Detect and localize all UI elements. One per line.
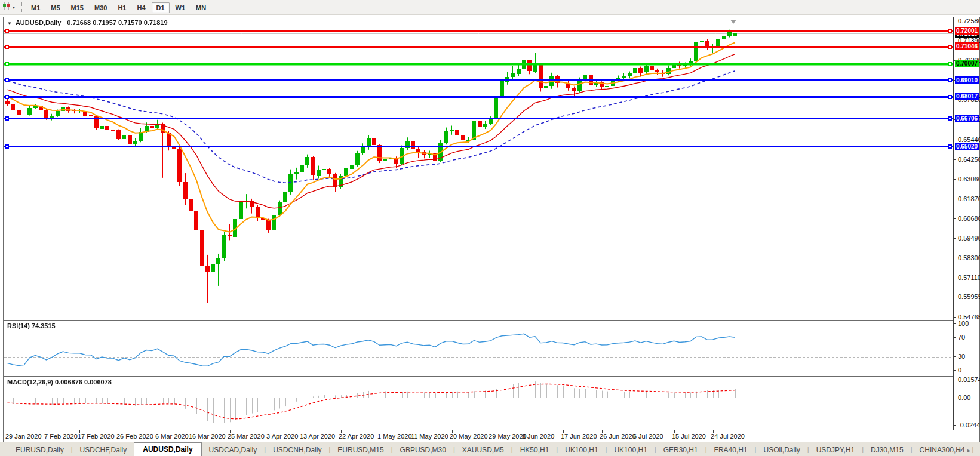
chart-tab-USOil-Daily[interactable]: USOil,Daily: [756, 444, 807, 456]
date-tick-label: 20 May 2020: [450, 433, 488, 440]
price-tick-label: 0.72580: [958, 17, 980, 24]
price-tick-label: 0.60680: [958, 215, 980, 222]
chart-tab-FRA40-H1[interactable]: FRA40,H1: [707, 444, 755, 456]
axis-tick-mark: [954, 356, 956, 357]
macd-pane: MACD(12,26,9) 0.006876 0.006078: [4, 376, 979, 430]
hline-price-badge: 0.72001: [955, 27, 979, 35]
hline-price-badge: 0.68017: [955, 93, 979, 100]
date-tick-label: 25 Mar 2020: [228, 433, 265, 440]
date-tick-label: 24 Jul 2020: [711, 433, 745, 440]
axis-tick-mark: [954, 398, 956, 398]
timeframe-button-group: M1M5M15M30H1H4D1W1MN: [26, 2, 211, 13]
axis-tick-mark: [954, 238, 956, 239]
hline-price-badge: 0.70007: [955, 60, 979, 67]
price-tick-label: 0.59490: [958, 235, 980, 242]
price-tick-label: 0.00: [958, 394, 970, 401]
tab-scroll-arrows[interactable]: ◄►: [956, 448, 976, 454]
chart-symbol-period: AUDUSD,Daily: [16, 19, 61, 26]
chart-tab-AUDUSD-Daily[interactable]: AUDUSD,Daily: [134, 442, 201, 456]
chart-title: ▼AUDUSD,Daily0.71668 0.71957 0.71570 0.7…: [7, 19, 168, 26]
hline-price-badge: 0.71046: [955, 42, 979, 50]
timeframe-button-MN[interactable]: MN: [191, 2, 211, 13]
date-tick-label: 26 Feb 2020: [116, 433, 153, 440]
chart-window: ▼AUDUSD,Daily0.71668 0.71957 0.71570 0.7…: [3, 17, 980, 443]
price-tick-label: 0.015741: [958, 376, 980, 383]
date-tick-label: 17 Jun 2020: [561, 433, 597, 440]
chart-tab-USDCAD-Daily[interactable]: USDCAD,Daily: [202, 444, 265, 456]
axis-tick-mark: [954, 425, 956, 426]
timeframe-button-H1[interactable]: H1: [113, 2, 131, 13]
price-tick-label: -0.024412: [958, 421, 980, 429]
chart-tab-XAUUSD-M5[interactable]: XAUUSD,M5: [455, 444, 511, 456]
collapse-pane-icon[interactable]: ▼: [7, 21, 12, 26]
scroll-left-icon: ◄: [956, 448, 966, 454]
price-tick-label: 100: [958, 320, 969, 327]
date-tick-label: 6 Jul 2020: [633, 433, 663, 440]
axis-tick-mark: [954, 199, 956, 199]
chart-tab-USDCNH-Daily[interactable]: USDCNH,Daily: [266, 444, 328, 456]
chart-tab-USDJPY-H1[interactable]: USDJPY,H1: [809, 444, 862, 456]
axis-tick-mark: [954, 380, 956, 380]
timeframe-button-M5[interactable]: M5: [46, 2, 64, 13]
chart-tab-DJ30-M15[interactable]: DJ30,M15: [864, 444, 911, 456]
toolbar-grip: [19, 2, 22, 12]
axis-tick-mark: [954, 179, 956, 180]
date-tick-label: 17 Feb 2020: [78, 433, 115, 440]
timeframe-button-W1[interactable]: W1: [171, 2, 191, 13]
price-tick-label: 0.57110: [958, 274, 980, 281]
chart-tab-EURUSD-Daily[interactable]: EURUSD,Daily: [8, 444, 71, 456]
caret-down-icon: ▾: [13, 5, 15, 10]
chart-tab-GBPUSD-M30[interactable]: GBPUSD,M30: [393, 444, 453, 456]
date-tick-label: 6 Mar 2020: [155, 433, 189, 440]
date-tick-label: 29 May 2020: [489, 433, 527, 440]
rsi-title: RSI(14) 74.3515: [7, 322, 56, 329]
chart-type-button[interactable]: ▾: [0, 1, 17, 14]
axis-tick-mark: [954, 140, 956, 140]
axis-tick-mark: [954, 218, 956, 219]
axis-tick-mark: [954, 337, 956, 338]
timeframe-button-M30[interactable]: M30: [90, 2, 112, 13]
price-tick-label: 0.64250: [958, 156, 980, 163]
axis-tick-mark: [954, 258, 956, 258]
axis-tick-mark: [954, 278, 956, 278]
price-tick-label: 0.65440: [958, 136, 980, 143]
axis-tick-mark: [954, 297, 956, 297]
timeframe-button-M15[interactable]: M15: [66, 2, 88, 13]
chart-tab-EURUSD-M15[interactable]: EURUSD,M15: [330, 444, 391, 456]
rsi-canvas[interactable]: [4, 321, 953, 375]
date-tick-label: 7 Feb 2020: [44, 433, 78, 440]
date-tick-label: 3 Apr 2020: [266, 433, 298, 440]
price-tick-label: 0.61870: [958, 195, 980, 202]
axis-tick-mark: [954, 370, 956, 371]
date-tick-label: 15 Jul 2020: [672, 433, 706, 440]
main-chart-pane: ▼AUDUSD,Daily0.71668 0.71957 0.71570 0.7…: [4, 17, 979, 319]
date-tick-label: 1 May 2020: [377, 433, 411, 440]
price-axis[interactable]: 0.725800.713900.702000.690100.678200.666…: [953, 17, 979, 430]
timeframe-button-M1[interactable]: M1: [26, 2, 45, 13]
price-tick-label: 0.55955: [958, 293, 980, 300]
price-tick-label: 70: [958, 334, 965, 341]
date-tick-label: 29 Jan 2020: [5, 433, 42, 440]
chart-ohlc-values: 0.71668 0.71957 0.71570 0.71819: [67, 19, 167, 26]
date-tick-label: 11 May 2020: [411, 433, 448, 440]
chart-tab-UK100-H1[interactable]: UK100,H1: [558, 444, 605, 456]
chart-tab-USDCHF-Daily[interactable]: USDCHF,Daily: [73, 444, 134, 456]
axis-tick-mark: [954, 317, 956, 318]
price-chart-canvas[interactable]: [4, 18, 953, 319]
date-tick-label: 8 Jun 2020: [522, 433, 554, 440]
timeframe-button-H4[interactable]: H4: [132, 2, 150, 13]
chart-tab-HK50-H1[interactable]: HK50,H1: [513, 444, 557, 456]
macd-canvas[interactable]: [4, 377, 953, 430]
axis-tick-mark: [954, 41, 956, 41]
rsi-pane: RSI(14) 74.3515: [4, 320, 979, 375]
scroll-right-icon: ►: [966, 448, 976, 454]
date-tick-label: 22 Apr 2020: [339, 433, 374, 440]
date-tick-label: 26 Jun 2020: [600, 433, 636, 440]
chart-tab-UK100-H1[interactable]: UK100,H1: [607, 444, 654, 456]
chart-tab-GER30-H1[interactable]: GER30,H1: [656, 444, 705, 456]
price-tick-label: 0: [958, 366, 961, 374]
date-axis[interactable]: 29 Jan 20207 Feb 202017 Feb 202026 Feb 2…: [4, 430, 979, 441]
timeframe-button-D1[interactable]: D1: [152, 2, 170, 13]
chart-tab-bar: EURUSD,Daily|USDCHF,DailyAUDUSD,DailyUSD…: [0, 442, 980, 456]
hline-price-badge: 0.66706: [955, 115, 979, 122]
